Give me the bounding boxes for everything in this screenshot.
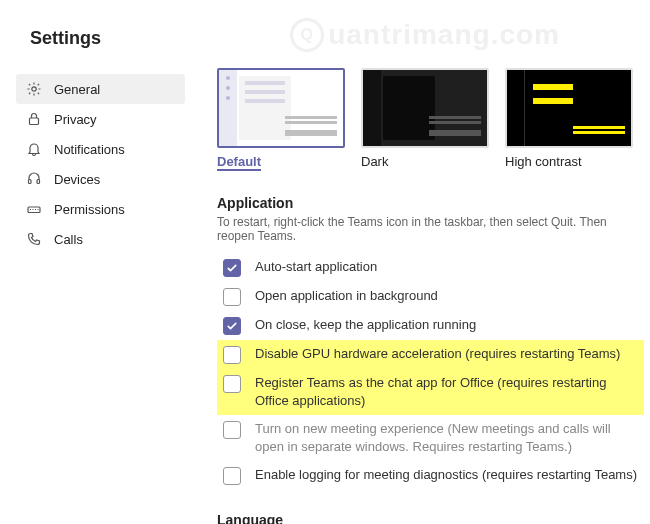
application-options: Auto-start applicationOpen application i… (217, 253, 644, 490)
bell-icon (26, 141, 42, 157)
settings-main: DefaultDarkHigh contrast Application To … (195, 68, 650, 524)
theme-preview (505, 68, 633, 148)
theme-preview (361, 68, 489, 148)
theme-caption: High contrast (505, 154, 633, 169)
checkbox[interactable] (223, 259, 241, 277)
gear-icon (26, 81, 42, 97)
key-icon (26, 201, 42, 217)
app-option-label: Register Teams as the chat app for Offic… (255, 374, 638, 410)
phone-icon (26, 231, 42, 247)
close-button[interactable] (598, 24, 626, 52)
app-option-row: Enable logging for meeting diagnostics (… (217, 461, 644, 490)
sidebar-item-label: General (54, 82, 100, 97)
app-option-row: On close, keep the application running (217, 311, 644, 340)
checkbox[interactable] (223, 346, 241, 364)
app-option-label: Enable logging for meeting diagnostics (… (255, 466, 638, 484)
checkbox[interactable] (223, 288, 241, 306)
sidebar-item-label: Notifications (54, 142, 125, 157)
sidebar-item-label: Calls (54, 232, 83, 247)
svg-point-0 (32, 87, 36, 91)
sidebar-item-calls[interactable]: Calls (16, 224, 185, 254)
theme-default[interactable]: Default (217, 68, 345, 171)
app-option-row: Turn on new meeting experience (New meet… (217, 415, 644, 461)
sidebar-item-general[interactable]: General (16, 74, 185, 104)
checkbox[interactable] (223, 421, 241, 439)
sidebar-item-devices[interactable]: Devices (16, 164, 185, 194)
settings-header: Settings (0, 0, 650, 68)
svg-rect-2 (29, 180, 32, 184)
app-option-row: Open application in background (217, 282, 644, 311)
sidebar-item-privacy[interactable]: Privacy (16, 104, 185, 134)
sidebar-item-permissions[interactable]: Permissions (16, 194, 185, 224)
application-section: Application To restart, right-click the … (217, 195, 644, 490)
app-option-label: On close, keep the application running (255, 316, 638, 334)
application-help: To restart, right-click the Teams icon i… (217, 215, 644, 243)
language-title: Language (217, 512, 644, 524)
sidebar-item-notifications[interactable]: Notifications (16, 134, 185, 164)
app-option-label: Disable GPU hardware acceleration (requi… (255, 345, 638, 363)
checkbox[interactable] (223, 375, 241, 393)
sidebar-item-label: Devices (54, 172, 100, 187)
checkbox[interactable] (223, 467, 241, 485)
theme-high-contrast[interactable]: High contrast (505, 68, 633, 171)
app-option-row: Register Teams as the chat app for Offic… (217, 369, 644, 415)
sidebar-item-label: Permissions (54, 202, 125, 217)
page-title: Settings (30, 28, 101, 49)
theme-caption: Dark (361, 154, 489, 169)
checkbox[interactable] (223, 317, 241, 335)
application-title: Application (217, 195, 644, 211)
app-option-label: Auto-start application (255, 258, 638, 276)
theme-selector: DefaultDarkHigh contrast (217, 68, 644, 171)
svg-rect-1 (30, 118, 39, 125)
theme-preview (217, 68, 345, 148)
headset-icon (26, 171, 42, 187)
app-option-label: Turn on new meeting experience (New meet… (255, 420, 638, 456)
settings-sidebar: GeneralPrivacyNotificationsDevicesPermis… (0, 68, 195, 524)
theme-caption: Default (217, 154, 261, 171)
app-option-row: Auto-start application (217, 253, 644, 282)
theme-dark[interactable]: Dark (361, 68, 489, 171)
svg-rect-3 (37, 180, 40, 184)
lock-icon (26, 111, 42, 127)
language-section: Language Restart to apply language setti… (217, 512, 644, 524)
app-option-label: Open application in background (255, 287, 638, 305)
app-option-row: Disable GPU hardware acceleration (requi… (217, 340, 644, 369)
sidebar-item-label: Privacy (54, 112, 97, 127)
